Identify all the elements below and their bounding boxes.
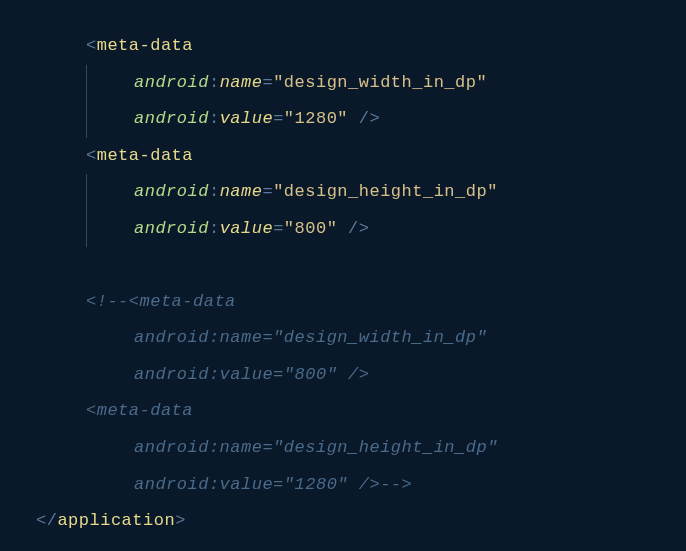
- code-token: =: [262, 182, 273, 201]
- code-line: <!--<meta-data: [0, 284, 686, 321]
- code-token: :: [209, 182, 220, 201]
- code-token: [86, 255, 97, 274]
- code-token: name: [220, 73, 263, 92]
- code-line: android:value="1280" />-->: [0, 467, 686, 504]
- code-token: </: [36, 511, 57, 530]
- code-token: "800": [284, 219, 338, 238]
- code-token: meta-data: [97, 146, 193, 165]
- code-token: :: [209, 73, 220, 92]
- code-token: android: [134, 109, 209, 128]
- code-token: name: [220, 182, 263, 201]
- code-token: android: [134, 182, 209, 201]
- code-line: android:value="800" />: [0, 357, 686, 394]
- code-token: =: [262, 73, 273, 92]
- code-line: [0, 247, 686, 284]
- code-token: meta-data: [97, 36, 193, 55]
- code-line: android:value="1280" />: [0, 101, 686, 138]
- code-token: =: [273, 219, 284, 238]
- code-token: android: [134, 219, 209, 238]
- code-token: <: [86, 36, 97, 55]
- code-line: android:name="design_width_in_dp": [0, 65, 686, 102]
- code-token: value: [220, 219, 274, 238]
- code-token: android:value="1280" />-->: [134, 475, 412, 494]
- code-token: application: [57, 511, 175, 530]
- code-token: android:name="design_width_in_dp": [134, 328, 487, 347]
- code-token: <!--<meta-data: [86, 292, 236, 311]
- code-line: android:name="design_height_in_dp": [0, 174, 686, 211]
- code-line: <meta-data: [0, 138, 686, 175]
- code-line: android:name="design_width_in_dp": [0, 320, 686, 357]
- code-line: </application>: [0, 503, 686, 540]
- code-line: <meta-data: [0, 28, 686, 65]
- code-token: value: [220, 109, 274, 128]
- code-token: "design_width_in_dp": [273, 73, 487, 92]
- code-token: android:name="design_height_in_dp": [134, 438, 498, 457]
- code-line: android:name="design_height_in_dp": [0, 430, 686, 467]
- code-token: android:value="800" />: [134, 365, 369, 384]
- code-line: <meta-data: [0, 393, 686, 430]
- code-token: <meta-data: [86, 401, 193, 420]
- code-block: <meta-dataandroid:name="design_width_in_…: [0, 0, 686, 540]
- code-token: >: [175, 511, 186, 530]
- code-token: />: [337, 219, 369, 238]
- code-token: <: [86, 146, 97, 165]
- code-token: />: [348, 109, 380, 128]
- code-token: :: [209, 219, 220, 238]
- code-token: "1280": [284, 109, 348, 128]
- code-line: android:value="800" />: [0, 211, 686, 248]
- code-token: :: [209, 109, 220, 128]
- code-token: =: [273, 109, 284, 128]
- code-token: "design_height_in_dp": [273, 182, 498, 201]
- code-token: android: [134, 73, 209, 92]
